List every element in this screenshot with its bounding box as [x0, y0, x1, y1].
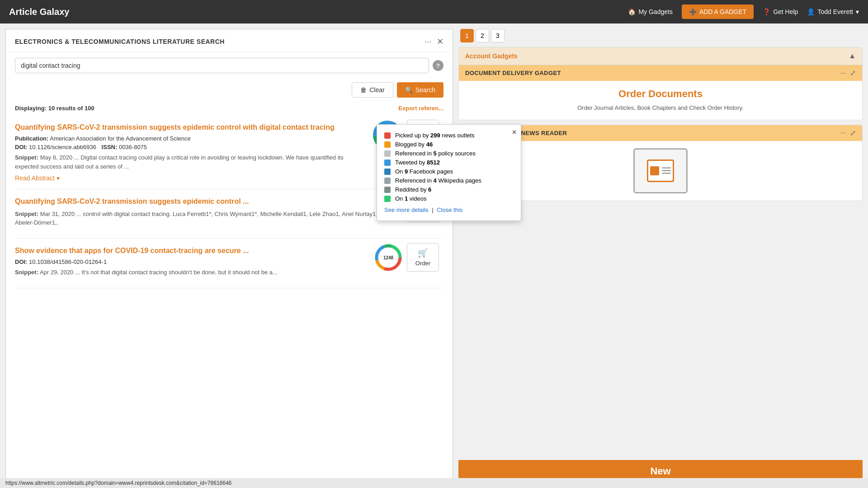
header-nav: 🏠 My Gadgets ➕ ADD A GADGET ❓ Get Help 👤… — [628, 5, 859, 19]
popup-row-5: Referenced in 4 Wikipedia pages — [384, 177, 514, 184]
result-doi-3: DOI: 10.1038/d41586-020-01264-1 — [15, 258, 362, 265]
results-info: Displaying: 10 results of 100 Export ref… — [6, 103, 453, 115]
news-icon-line — [662, 170, 671, 171]
dot-blog — [384, 141, 391, 148]
popup-row-7: On 1 videos — [384, 195, 514, 202]
news-reader-icon — [633, 148, 688, 193]
doc-delivery-title: DOCUMENT DELIVERY GADGET — [465, 70, 561, 76]
popup-row-1: Blogged by 46 — [384, 141, 514, 148]
result-snippet-2: Snippet: Mar 31, 2020 ... control with d… — [15, 210, 398, 227]
chevron-down-icon: ▾ — [856, 8, 859, 15]
clear-button[interactable]: 🗑 Clear — [352, 82, 393, 98]
panel-title: ELECTRONICS & TELECOMMUNICATIONS LITERAT… — [15, 38, 225, 45]
news-icon-inner — [647, 160, 674, 182]
dot-facebook — [384, 169, 391, 175]
account-gadgets-section: Account Gadgets ▲ DOCUMENT DELIVERY GADG… — [458, 47, 863, 120]
page-3-button[interactable]: 3 — [491, 29, 505, 42]
panel-close-button[interactable]: ✕ — [437, 37, 443, 47]
user-menu[interactable]: 👤 Todd Everett ▾ — [807, 8, 859, 15]
chevron-down-icon: ▾ — [57, 174, 60, 182]
help-icon: ❓ — [763, 8, 770, 15]
popup-row-4: On 9 Facebook pages — [384, 168, 514, 175]
order-docs-desc: Order Journal Articles, Book Chapters an… — [466, 103, 855, 113]
close-this-link[interactable]: Close this — [437, 206, 462, 213]
header: Article Galaxy 🏠 My Gadgets ➕ ADD A GADG… — [0, 0, 868, 23]
dot-news — [384, 132, 391, 139]
popup-row-3: Tweeted by 8512 — [384, 159, 514, 166]
dot-reddit — [384, 187, 391, 193]
cart-icon: 🛒 — [418, 248, 428, 258]
app-title: Article Galaxy — [9, 7, 69, 17]
account-gadgets-header: Account Gadgets ▲ — [459, 47, 862, 65]
my-gadgets-link[interactable]: 🏠 My Gadgets — [628, 8, 672, 15]
search-button[interactable]: 🔍 Search — [397, 82, 443, 98]
result-title-3[interactable]: Show evidence that apps for COVID-19 con… — [15, 246, 362, 256]
search-icon: 🔍 — [405, 86, 413, 94]
get-help-link[interactable]: ❓ Get Help — [763, 8, 798, 15]
result-publication-1: Publication: American Association for th… — [15, 135, 344, 142]
trash-icon: 🗑 — [360, 86, 367, 94]
account-gadgets-title: Account Gadgets — [465, 52, 518, 60]
add-gadget-button[interactable]: ➕ ADD A GADGET — [682, 5, 754, 19]
dot-video — [384, 196, 391, 202]
see-more-link[interactable]: See more details — [384, 206, 429, 213]
pagination: 1 2 3 — [458, 29, 863, 42]
sub-gadget-menu-button[interactable]: ··· — [840, 69, 846, 77]
result-title-1[interactable]: Quantifying SARS-CoV-2 transmission sugg… — [15, 122, 344, 132]
news-icon-line — [662, 167, 671, 169]
news-reader-actions: ··· ⤢ — [840, 129, 856, 137]
news-icon-square — [650, 166, 659, 175]
dot-wikipedia — [384, 178, 391, 184]
doc-delivery-header: DOCUMENT DELIVERY GADGET ··· ⤢ — [459, 65, 862, 81]
doc-delivery-body: Order Documents Order Journal Articles, … — [459, 81, 862, 120]
panel-header: ELECTRONICS & TELECOMMUNICATIONS LITERAT… — [6, 29, 453, 52]
panel-menu-button[interactable]: ··· — [425, 37, 431, 47]
dot-policy — [384, 150, 391, 157]
gadget-collapse-button[interactable]: ▲ — [849, 52, 856, 60]
help-circle-icon[interactable]: ? — [433, 60, 443, 71]
order-btn-wrap-3: 🛒 Order — [407, 243, 439, 272]
header-left: Article Galaxy — [9, 7, 69, 17]
main-layout: ELECTRONICS & TELECOMMUNICATIONS LITERAT… — [0, 23, 868, 488]
result-doi-1: DOI: 10.1126/science.abb6936 ISSN: 0036-… — [15, 144, 344, 150]
popup-row-0: Picked up by 299 news outlets — [384, 132, 514, 139]
search-input[interactable] — [15, 58, 429, 73]
result-snippet-3: Snippet: Apr 29, 2020 ... It's not that … — [15, 268, 362, 277]
result-title-2[interactable]: Quantifying SARS-CoV-2 transmission sugg… — [15, 197, 398, 206]
popup-row-2: Referenced in 5 policy sources — [384, 150, 514, 157]
status-bar: https://www.altmetric.com/details.php?do… — [0, 478, 868, 488]
search-row: ? — [15, 58, 443, 73]
news-icon-line — [662, 173, 671, 174]
home-icon: 🏠 — [628, 8, 636, 15]
news-reader-expand-button[interactable]: ⤢ — [850, 129, 856, 137]
order-button-3[interactable]: 🛒 Order — [407, 243, 439, 272]
gadget-header-actions: ▲ — [849, 52, 856, 60]
panel-header-actions: ··· ✕ — [425, 37, 443, 47]
export-link[interactable]: Export referen... — [398, 105, 443, 112]
news-reader-menu-button[interactable]: ··· — [840, 129, 846, 137]
svg-text:1248: 1248 — [383, 255, 394, 260]
dot-twitter — [384, 160, 391, 166]
plus-icon: ➕ — [689, 8, 697, 15]
user-icon: 👤 — [807, 8, 815, 15]
search-actions: 🗑 Clear 🔍 Search — [6, 79, 453, 103]
order-docs-title: Order Documents — [466, 88, 855, 100]
altmetric-donut-svg-3: 1248 — [374, 243, 403, 272]
altmetric-donut-3[interactable]: 1248 — [374, 243, 403, 273]
sub-gadget-expand-button[interactable]: ⤢ — [850, 69, 856, 77]
popup-row-6: Reddited by 6 — [384, 186, 514, 193]
search-panel: ELECTRONICS & TELECOMMUNICATIONS LITERAT… — [5, 29, 453, 483]
sub-gadget-actions: ··· ⤢ — [840, 69, 856, 77]
page-1-button[interactable]: 1 — [460, 29, 474, 42]
page-2-button[interactable]: 2 — [476, 29, 489, 42]
read-abstract-button[interactable]: Read Abstract ▾ — [15, 174, 60, 182]
altmetric-popup: × Picked up by 299 news outlets Blogged … — [377, 124, 521, 221]
right-panel: 1 2 3 Account Gadgets ▲ DOCUMENT DELIVER… — [458, 23, 868, 488]
news-icon-lines — [662, 167, 671, 174]
popup-links: See more details | Close this — [384, 206, 514, 213]
search-area: ? — [6, 52, 453, 79]
table-row: Show evidence that apps for COVID-19 con… — [15, 239, 443, 288]
popup-close-button[interactable]: × — [512, 128, 516, 136]
result-snippet-1: Snippet: May 8, 2020 ... Digital contact… — [15, 153, 344, 171]
